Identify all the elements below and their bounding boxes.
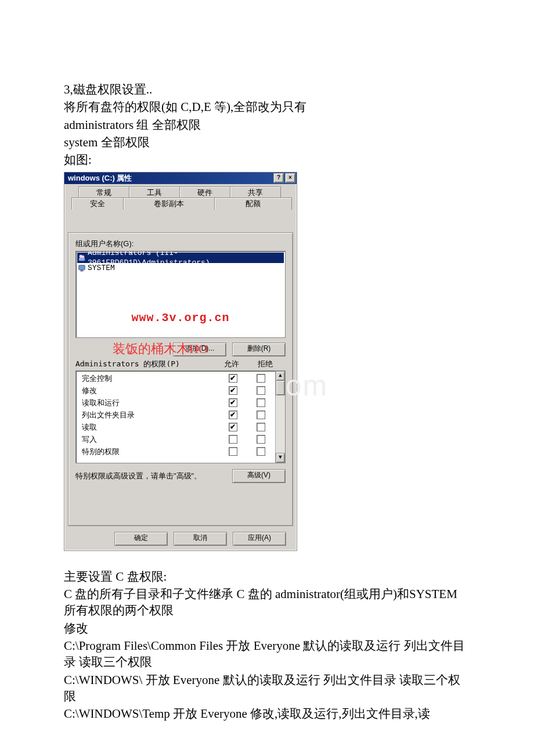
permission-name: 修改 <box>82 386 219 396</box>
scroll-up-button[interactable]: ▲ <box>276 371 285 381</box>
system-icon <box>78 264 86 272</box>
outro-line: C:\Program Files\Common Files 开放 Everyon… <box>64 638 470 671</box>
permission-name: 读取和运行 <box>82 398 219 408</box>
scroll-down-button[interactable]: ▼ <box>276 453 285 463</box>
allow-checkbox[interactable]: ✔ <box>229 398 237 407</box>
ok-button[interactable]: 确定 <box>114 532 168 546</box>
tab-shadow-copies[interactable]: 卷影副本 <box>123 197 215 210</box>
permission-name: 列出文件夹目录 <box>82 410 219 420</box>
window-title: windows (C:) 属性 <box>68 173 132 183</box>
permission-row: 完全控制✔ <box>82 372 275 384</box>
permissions-owner-label: Administrators 的权限(P) <box>75 359 180 369</box>
permission-row: 读取✔ <box>82 421 275 433</box>
watermark-url: www.3v.org.cn <box>76 310 285 326</box>
allow-checkbox[interactable]: ✔ <box>229 374 237 383</box>
intro-line-4: system 全部权限 <box>64 134 470 150</box>
allow-checkbox[interactable] <box>229 435 237 444</box>
deny-checkbox[interactable] <box>257 411 265 419</box>
deny-checkbox[interactable] <box>257 386 265 395</box>
add-button[interactable]: 添加(D)... <box>173 343 226 357</box>
intro-line-1: 3,磁盘权限设置.. <box>64 81 470 98</box>
tab-tools[interactable]: 工具 <box>129 186 180 199</box>
allow-checkbox[interactable]: ✔ <box>229 423 237 431</box>
tab-general[interactable]: 常规 <box>78 186 129 199</box>
help-button[interactable]: ? <box>273 173 284 183</box>
intro-line-3: administrators 组 全部权限 <box>64 117 470 133</box>
intro-line-5: 如图: <box>64 152 470 168</box>
outro-line: C 盘的所有子目录和子文件继承 C 盘的 administrator(组或用户)… <box>64 586 470 619</box>
security-panel: www.bdocx.com 组或用户名称(G): Administrators … <box>68 232 293 526</box>
outro-line: 修改 <box>64 620 470 636</box>
allow-checkbox[interactable] <box>229 447 237 456</box>
outro-line: 主要设置 C 盘权限: <box>64 568 470 585</box>
permission-row: 特别的权限 <box>82 445 275 458</box>
permission-name: 特别的权限 <box>82 447 219 457</box>
permission-row: 读取和运行✔ <box>82 397 275 409</box>
allow-checkbox[interactable]: ✔ <box>229 411 237 419</box>
remove-button[interactable]: 删除(R) <box>232 343 286 357</box>
tab-quota[interactable]: 配额 <box>214 197 292 210</box>
group-users-label: 组或用户名称(G): <box>75 239 286 249</box>
tab-strip: 常规 工具 硬件 共享 安全 卷影副本 配额 <box>68 186 293 210</box>
advanced-hint: 特别权限或高级设置，请单击"高级"。 <box>75 471 201 481</box>
permission-row: 列出文件夹目录✔ <box>82 409 275 421</box>
permissions-listbox[interactable]: 完全控制✔修改✔读取和运行✔列出文件夹目录✔读取✔写入特别的权限 ▲ ▼ <box>75 370 286 463</box>
permission-name: 完全控制 <box>82 373 219 384</box>
allow-checkbox[interactable]: ✔ <box>229 386 237 395</box>
deny-checkbox[interactable] <box>257 423 265 431</box>
deny-checkbox[interactable] <box>257 435 265 444</box>
intro-line-2: 将所有盘符的权限(如 C,D,E 等),全部改为只有 <box>64 99 470 115</box>
outro-line: C:\WINDOWS\ 开放 Everyone 默认的读取及运行 列出文件目录 … <box>64 672 470 705</box>
advanced-button[interactable]: 高级(V) <box>232 469 286 483</box>
scroll-thumb[interactable] <box>276 380 285 395</box>
svg-rect-3 <box>79 265 85 270</box>
group-icon <box>78 254 86 262</box>
users-listbox[interactable]: Administrators (III-3961FBD6D1D\Administ… <box>75 251 286 338</box>
list-item-label: Administrators (III-3961FBD6D1D\Administ… <box>88 251 283 268</box>
tab-hardware[interactable]: 硬件 <box>179 186 230 199</box>
close-button[interactable]: × <box>285 173 295 183</box>
permission-name: 写入 <box>82 434 219 445</box>
svg-rect-4 <box>80 271 83 272</box>
tab-sharing[interactable]: 共享 <box>230 186 281 199</box>
deny-checkbox[interactable] <box>257 398 265 407</box>
list-item-label: SYSTEM <box>88 263 115 273</box>
svg-rect-2 <box>79 258 85 261</box>
outro-line: C:\WINDOWS\Temp 开放 Everyone 修改,读取及运行,列出文… <box>64 705 470 722</box>
tab-security[interactable]: 安全 <box>71 197 124 210</box>
permission-row: 修改✔ <box>82 384 275 397</box>
column-allow-label: 允许 <box>224 359 239 369</box>
list-item[interactable]: Administrators (III-3961FBD6D1D\Administ… <box>77 253 284 263</box>
column-deny-label: 拒绝 <box>258 359 273 369</box>
permission-row: 写入 <box>82 433 275 445</box>
deny-checkbox[interactable] <box>257 374 265 383</box>
apply-button[interactable]: 应用(A) <box>233 532 286 546</box>
titlebar: windows (C:) 属性 ? × <box>64 172 297 184</box>
cancel-button[interactable]: 取消 <box>174 532 227 546</box>
deny-checkbox[interactable] <box>257 447 265 456</box>
permission-name: 读取 <box>82 422 219 433</box>
properties-dialog: windows (C:) 属性 ? × 常规 工具 硬件 共享 安全 卷影副本 … <box>64 172 297 551</box>
scrollbar[interactable]: ▲ ▼ <box>275 371 285 463</box>
